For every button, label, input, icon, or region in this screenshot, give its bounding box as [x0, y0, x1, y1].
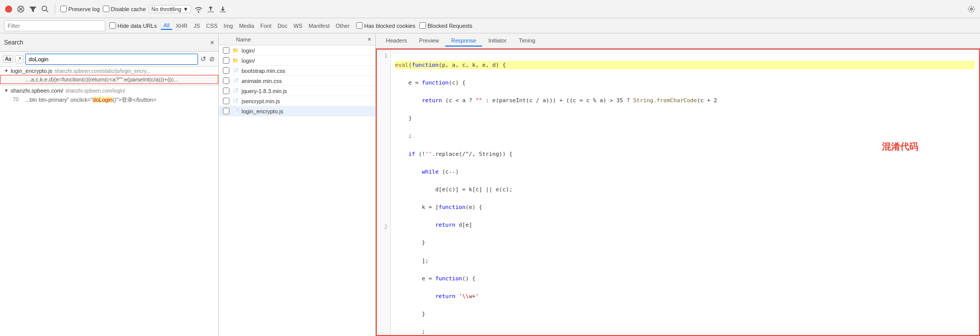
settings-icon[interactable]: [967, 5, 976, 14]
filter-type-manifest[interactable]: Manifest: [306, 22, 332, 29]
detail-tabs: Headers Preview Response Initiator Timin…: [376, 33, 980, 49]
group-triangle-1: ▼: [4, 68, 9, 73]
case-sensitive-button[interactable]: Aa: [3, 55, 13, 63]
code-line-6: if (!''.replace(/^/, String)) {: [395, 150, 975, 159]
result-text-2: ...btn btn-primary" onclick="doLogin()">…: [25, 96, 156, 104]
code-lines[interactable]: eval(function(p, a, c, k, e, d) { e = fu…: [391, 50, 979, 336]
has-blocked-cookies-checkbox[interactable]: [356, 22, 363, 29]
search-title: Search: [4, 39, 207, 46]
blocked-requests-group: Blocked Requests: [419, 22, 473, 29]
result-group-login-encrypto[interactable]: ▼ login_encrypto.js shanzhi.spbeen.com/s…: [0, 67, 218, 75]
file-checkbox-4[interactable]: [223, 77, 229, 84]
hide-data-urls-group: Hide data URLs: [109, 22, 157, 29]
file-name-1: login/: [242, 48, 255, 54]
upload-icon[interactable]: [206, 5, 215, 14]
has-blocked-cookies-label: Has blocked cookies: [364, 23, 415, 29]
filter-type-doc[interactable]: Doc: [275, 22, 290, 29]
filter-type-media[interactable]: Media: [237, 22, 257, 29]
code-view: 混淆代码 1 2 eval(function(p, a, c, k, e, d)…: [376, 49, 980, 336]
search-header: Search ×: [0, 33, 218, 52]
line-num-2: 2: [380, 223, 387, 232]
code-content: 1 2 eval(function(p, a, c, k, e, d) { e …: [377, 50, 979, 336]
search-close-button[interactable]: ×: [210, 38, 214, 47]
code-line-4: }: [395, 114, 975, 123]
preserve-log-checkbox[interactable]: [60, 6, 67, 12]
filter-type-js[interactable]: JS: [191, 22, 203, 29]
file-list-panel: Name × 📁 login/ 📁 login/ 📄 bootstrap.min…: [219, 33, 376, 336]
file-type-icon-3: 📄: [232, 68, 239, 73]
result-fileurl-1: shanzhi.spbeen.com/static/js/login_encry…: [54, 68, 150, 74]
file-type-icon-5: 📄: [232, 88, 239, 94]
code-line-16: ;: [395, 327, 975, 336]
code-line-13: e = function() {: [395, 274, 975, 283]
file-name-6: jsencrypt.min.js: [242, 98, 280, 104]
file-item-bootstrap-css[interactable]: 📄 bootstrap.min.css: [219, 66, 375, 76]
regex-button[interactable]: .*: [15, 55, 23, 63]
file-name-7: login_encrypto.js: [242, 108, 284, 114]
result-item-1[interactable]: ...,a,c,k,e,d){e=function(c){return(c<a?…: [0, 75, 218, 84]
has-blocked-cookies-group: Has blocked cookies: [356, 22, 415, 29]
filter-icon[interactable]: [28, 5, 37, 14]
search-results-list: ▼ login_encrypto.js shanzhi.spbeen.com/s…: [0, 67, 218, 336]
search-toggle-icon[interactable]: [41, 5, 50, 14]
file-name-4: animate.min.css: [242, 78, 282, 84]
result-filename-2: shanzhi.spbeen.com/: [11, 88, 63, 94]
clear-search-button[interactable]: ⊘: [209, 55, 215, 63]
file-item-login-folder-1[interactable]: 📁 login/: [219, 46, 375, 56]
file-checkbox-2[interactable]: [223, 57, 229, 64]
clear-button[interactable]: [16, 5, 25, 14]
group-triangle-2: ▼: [4, 88, 9, 93]
file-list-close-button[interactable]: ×: [367, 35, 371, 43]
code-line-5: ;: [395, 132, 975, 141]
filter-type-other[interactable]: Other: [333, 22, 352, 29]
file-item-login-folder-2[interactable]: 📁 login/: [219, 56, 375, 66]
download-icon[interactable]: [218, 5, 227, 14]
file-checkbox-3[interactable]: [223, 67, 229, 74]
file-item-jsencrypt[interactable]: 📄 jsencrypt.min.js: [219, 96, 375, 106]
file-checkbox-1[interactable]: [223, 47, 229, 54]
svg-line-4: [46, 10, 48, 12]
disable-cache-checkbox[interactable]: [103, 6, 109, 12]
code-line-8: d[e(c)] = k[c] || e(c);: [395, 185, 975, 194]
result-separator-1: [0, 85, 218, 86]
filter-type-ws[interactable]: WS: [291, 22, 305, 29]
tab-preview[interactable]: Preview: [413, 35, 445, 47]
right-panel: Headers Preview Response Initiator Timin…: [376, 33, 980, 336]
code-line-11: }: [395, 238, 975, 247]
toolbar-separator-1: [55, 4, 55, 14]
throttling-select[interactable]: No throttling ▼: [149, 5, 191, 13]
result-group-shanzhi[interactable]: ▼ shanzhi.spbeen.com/ shanzhi.spbeen.com…: [0, 87, 218, 95]
hide-data-urls-label: Hide data URLs: [117, 23, 157, 29]
code-line-15: }: [395, 310, 975, 319]
tab-response[interactable]: Response: [445, 35, 483, 47]
filter-input[interactable]: [4, 20, 105, 31]
file-type-icon-6: 📄: [232, 98, 239, 104]
filter-type-font[interactable]: Font: [258, 22, 274, 29]
filter-type-css[interactable]: CSS: [204, 22, 220, 29]
blocked-requests-checkbox[interactable]: [419, 22, 426, 29]
file-checkbox-5[interactable]: [223, 88, 229, 94]
tab-headers[interactable]: Headers: [380, 35, 413, 47]
search-input[interactable]: [25, 54, 198, 65]
tab-initiator[interactable]: Initiator: [482, 35, 513, 47]
wifi-icon[interactable]: [194, 5, 203, 14]
file-list-items: 📁 login/ 📁 login/ 📄 bootstrap.min.css 📄 …: [219, 46, 375, 336]
blocked-requests-label: Blocked Requests: [427, 23, 473, 29]
filter-type-img[interactable]: Img: [221, 22, 236, 29]
file-item-jquery[interactable]: 📄 jquery-1.8.3.min.js: [219, 86, 375, 96]
file-checkbox-6[interactable]: [223, 98, 229, 104]
tab-timing[interactable]: Timing: [513, 35, 541, 47]
file-type-icon-4: 📄: [232, 78, 239, 83]
file-checkbox-7[interactable]: [223, 108, 229, 114]
filter-type-all[interactable]: All: [161, 22, 172, 30]
refresh-search-button[interactable]: ↺: [200, 55, 207, 63]
file-item-animate-css[interactable]: 📄 animate.min.css: [219, 76, 375, 86]
record-button[interactable]: [4, 5, 13, 14]
filter-type-xhr[interactable]: XHR: [173, 22, 190, 29]
code-line-9: k = [function(e) {: [395, 203, 975, 212]
file-item-login-encrypto[interactable]: 📄 login_encrypto.js: [219, 106, 375, 116]
result-line-2: 70: [13, 96, 23, 102]
hide-data-urls-checkbox[interactable]: [109, 22, 116, 29]
file-type-icon-2: 📁: [232, 58, 239, 63]
result-item-2[interactable]: 70 ...btn btn-primary" onclick="doLogin(…: [0, 95, 218, 105]
